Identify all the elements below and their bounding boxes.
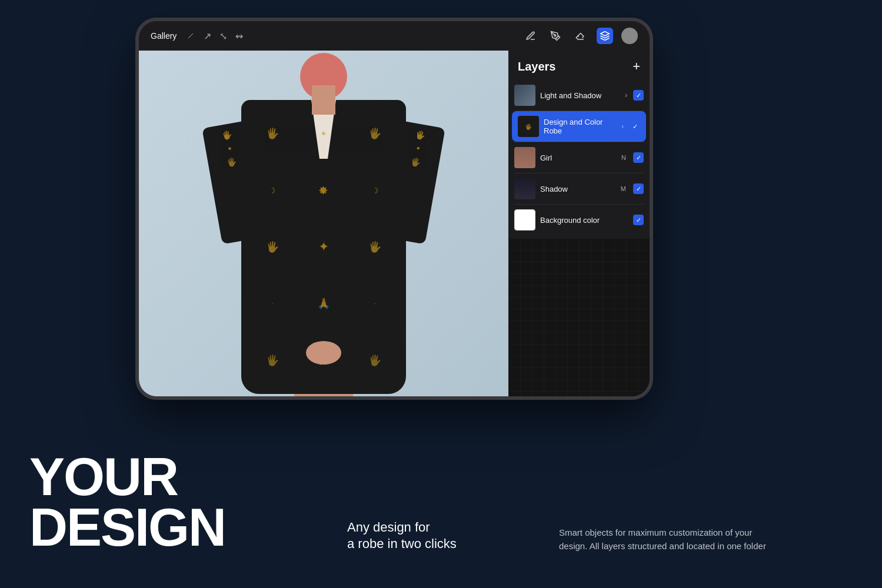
layers-panel: Layers + Light and Shadow › bbox=[508, 51, 650, 396]
toolbar-tools: ⟋ ↗ ⤡ ↭ bbox=[186, 31, 243, 42]
layer-checkbox-girl[interactable] bbox=[633, 152, 644, 163]
layer-name-robe: Design and Color Robe bbox=[544, 118, 617, 135]
heading-line1: YOUR bbox=[29, 452, 277, 503]
tool-select-icon[interactable]: ↗ bbox=[204, 31, 211, 42]
pen-tool-icon[interactable] bbox=[547, 28, 564, 44]
layer-item-girl[interactable]: Girl N bbox=[508, 142, 650, 173]
dark-panel bbox=[508, 238, 650, 396]
tagline-text: Any design fora robe in two clicks bbox=[347, 519, 500, 553]
layer-mode-girl: N bbox=[621, 154, 626, 161]
layer-thumbnail-light bbox=[514, 85, 535, 106]
canvas-main[interactable]: 🖐 ✦ 🖐 ☽ ✸ ☽ 🖐 ✦ 🖐 bbox=[139, 51, 508, 396]
pencil-tool-icon[interactable] bbox=[522, 28, 539, 44]
layers-list: Light and Shadow › 🖐 Design and Color Ro… bbox=[508, 80, 650, 238]
description-section: Smart objects for maximum customization … bbox=[559, 526, 771, 553]
layer-chevron-light: › bbox=[625, 91, 627, 99]
layer-thumbnail-girl bbox=[514, 147, 535, 168]
robe-figure: 🖐 ✦ 🖐 ☽ ✸ ☽ 🖐 ✦ 🖐 bbox=[139, 51, 508, 396]
layers-title: Layers bbox=[518, 60, 556, 74]
layer-item-shadow[interactable]: Shadow M bbox=[508, 173, 650, 204]
add-layer-button[interactable]: + bbox=[633, 59, 640, 74]
layer-checkbox-bg[interactable] bbox=[633, 215, 644, 225]
layer-thumbnail-bg bbox=[514, 209, 535, 230]
layer-name-light: Light and Shadow bbox=[540, 91, 620, 100]
layer-checkbox-robe[interactable] bbox=[630, 121, 640, 132]
layer-name-girl: Girl bbox=[540, 153, 617, 162]
layer-chevron-robe: › bbox=[621, 122, 624, 131]
bottom-section: YOUR DESIGN Any design fora robe in two … bbox=[0, 435, 882, 588]
layer-name-shadow: Shadow bbox=[540, 185, 616, 193]
toolbar-right bbox=[522, 28, 638, 44]
layers-header: Layers + bbox=[508, 51, 650, 80]
heading-line2: DESIGN bbox=[29, 503, 277, 553]
layer-thumbnail-shadow bbox=[514, 178, 535, 199]
tool-warp-icon[interactable]: ↭ bbox=[235, 31, 243, 42]
description-text: Smart objects for maximum customization … bbox=[559, 526, 771, 553]
ipad-device: Gallery ⟋ ↗ ⤡ ↭ bbox=[135, 18, 653, 400]
canvas-area: 🖐 ✦ 🖐 ☽ ✸ ☽ 🖐 ✦ 🖐 bbox=[139, 51, 650, 396]
tool-adjust-icon[interactable]: ⟋ bbox=[186, 31, 195, 41]
eraser-tool-icon[interactable] bbox=[572, 28, 588, 44]
layer-mode-shadow: M bbox=[621, 185, 626, 192]
tagline-section: Any design fora robe in two clicks bbox=[347, 519, 500, 553]
layer-checkbox-light[interactable] bbox=[633, 90, 644, 101]
color-picker-circle[interactable] bbox=[621, 28, 638, 44]
layer-checkbox-shadow[interactable] bbox=[633, 183, 644, 194]
main-heading: YOUR DESIGN bbox=[29, 452, 277, 553]
layer-item-light-shadow[interactable]: Light and Shadow › bbox=[508, 80, 650, 111]
layer-thumbnail-robe: 🖐 bbox=[518, 116, 539, 137]
tool-transform-icon[interactable]: ⤡ bbox=[219, 31, 227, 42]
layer-item-robe[interactable]: 🖐 Design and Color Robe › bbox=[512, 111, 646, 142]
layers-tool-icon[interactable] bbox=[597, 28, 613, 44]
gallery-button[interactable]: Gallery bbox=[151, 31, 177, 41]
app-toolbar: Gallery ⟋ ↗ ⤡ ↭ bbox=[139, 21, 650, 51]
layer-name-bg: Background color bbox=[540, 216, 628, 225]
layer-item-bg[interactable]: Background color bbox=[508, 205, 650, 235]
toolbar-left: Gallery ⟋ ↗ ⤡ ↭ bbox=[151, 31, 243, 42]
svg-point-0 bbox=[554, 35, 556, 36]
